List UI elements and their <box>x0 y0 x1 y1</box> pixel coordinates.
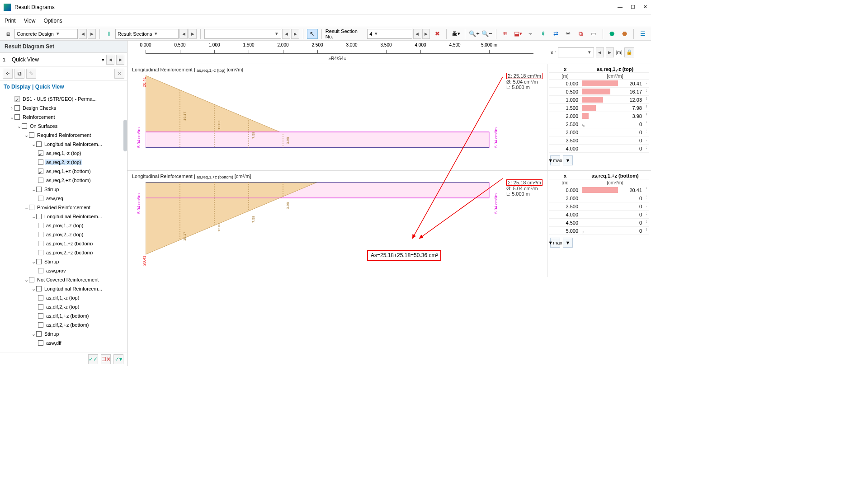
tool-c-icon[interactable]: ⫟ <box>525 29 536 39</box>
section-next-button[interactable]: ▶ <box>422 29 430 39</box>
tree-design-checks[interactable]: Design Checks <box>22 105 56 111</box>
sections-select[interactable]: Result Sections ▾ <box>115 29 179 39</box>
checkbox[interactable] <box>38 295 43 300</box>
minimize-button[interactable]: — <box>618 4 623 10</box>
maximize-button[interactable]: ☐ <box>631 4 635 10</box>
empty-select[interactable]: ▾ <box>204 29 281 39</box>
empty-prev-button[interactable]: ◀ <box>282 29 290 39</box>
table-row[interactable]: 4.0000⋮ <box>549 211 649 219</box>
table-row[interactable]: 3.0000⋮ <box>549 128 649 136</box>
tree-r4[interactable]: as,req,2,+z (bottom) <box>45 178 91 183</box>
table-row[interactable]: 3.5000⋮ <box>549 136 649 145</box>
checkbox[interactable] <box>38 178 43 183</box>
tool-h-icon[interactable]: ▭ <box>588 29 599 39</box>
table-row[interactable]: 4.5000⋮ <box>549 219 649 227</box>
tree-d1[interactable]: as,dif,1,-z (top) <box>45 295 79 300</box>
checkbox[interactable] <box>29 205 34 210</box>
menu-view[interactable]: View <box>24 18 36 24</box>
caret-icon[interactable]: ⌄ <box>31 140 36 149</box>
table-row[interactable]: 2.0003.98⋮ <box>549 112 649 120</box>
tree-provided[interactable]: Provided Reinforcement <box>36 205 90 210</box>
quickview-select[interactable] <box>12 56 100 63</box>
tool-i-icon[interactable]: ⬣ <box>607 29 618 39</box>
tree-asw-req[interactable]: asw,req <box>45 196 63 201</box>
checkbox[interactable] <box>38 322 43 328</box>
tree-r2[interactable]: as,req,2,-z (top) <box>45 160 82 165</box>
caret-icon[interactable]: ⌄ <box>31 185 36 194</box>
x-prev-button[interactable]: ◀ <box>596 47 604 57</box>
checkbox[interactable] <box>36 141 42 147</box>
caret-icon[interactable]: ⌄ <box>9 113 14 122</box>
tree-ds[interactable]: DS1 - ULS (STR/GEO) - Perma... <box>22 96 97 102</box>
tree-stirrup-p[interactable]: Stirrup <box>43 259 59 264</box>
tree-p1[interactable]: as,prov,1,-z (top) <box>45 223 83 228</box>
tree-asw-dif[interactable]: asw,dif <box>45 340 61 346</box>
table-row[interactable]: 0.000|›20.41⋮ <box>549 186 649 194</box>
zoom-out-icon[interactable]: 🔍− <box>481 29 492 39</box>
caret-icon[interactable]: ⌄ <box>31 284 36 293</box>
design-select[interactable]: Concrete Design ▾ <box>14 29 78 39</box>
design-prev-button[interactable]: ◀ <box>79 29 87 39</box>
x-next-button[interactable]: ▶ <box>606 47 614 57</box>
tree-asw-prov[interactable]: asw,prov <box>45 268 66 273</box>
x-select[interactable]: ▾ <box>558 47 594 57</box>
tree-d3[interactable]: as,dif,1,+z (bottom) <box>45 313 89 319</box>
tool-a-icon[interactable]: ≋ <box>500 29 511 39</box>
copy-button[interactable]: ⧉ <box>14 69 24 79</box>
new-button[interactable]: ✧ <box>3 69 13 79</box>
funnel-button[interactable]: ▼ <box>563 155 573 165</box>
quickview-next-button[interactable]: ▶ <box>116 55 124 65</box>
check-all-button[interactable]: ✓✓ <box>88 354 98 364</box>
tree-longitudinal-d[interactable]: Longitudinal Reinforcem... <box>43 286 102 291</box>
checkbox[interactable] <box>38 313 43 319</box>
checkbox[interactable] <box>38 340 43 346</box>
chevron-down-icon[interactable]: ▾ <box>102 57 104 63</box>
tree-d4[interactable]: as,dif,2,+z (bottom) <box>45 322 89 328</box>
lock-button[interactable]: 🔒 <box>624 47 634 57</box>
caret-icon[interactable]: ⌄ <box>16 122 22 131</box>
section-no-select[interactable]: 4 ▾ <box>367 29 412 39</box>
checkbox[interactable] <box>38 169 43 174</box>
tree-longitudinal[interactable]: Longitudinal Reinforcem... <box>43 141 102 147</box>
table-row[interactable]: 4.0000⋮ <box>549 145 649 153</box>
tree-longitudinal-p[interactable]: Longitudinal Reinforcem... <box>43 214 102 219</box>
table-row[interactable]: 1.00012.03⋮ <box>549 96 649 104</box>
funnel-max-button[interactable]: ▼max <box>550 155 560 165</box>
filter-button[interactable]: ✓▾ <box>113 354 123 364</box>
table-row[interactable]: 1.5007.98⋮ <box>549 104 649 112</box>
caret-icon[interactable]: ⌄ <box>24 131 29 140</box>
menu-print[interactable]: Print <box>5 18 16 24</box>
caret-icon[interactable]: ⌄ <box>31 329 36 338</box>
tree-on-surfaces[interactable]: On Surfaces <box>29 123 57 129</box>
checkbox[interactable] <box>14 105 20 111</box>
tool-k-icon[interactable]: ☰ <box>637 29 648 39</box>
tree-stirrup-d[interactable]: Stirrup <box>43 331 59 337</box>
tree-notcov[interactable]: Not Covered Reinforcement <box>36 277 99 282</box>
tool-d-icon[interactable]: ⇞ <box>538 29 548 39</box>
tree-r3[interactable]: as,req,1,+z (bottom) <box>45 169 91 174</box>
tree-required[interactable]: Required Reinforcement <box>36 132 91 138</box>
tree-p2[interactable]: as,prov,2,-z (top) <box>45 232 83 237</box>
checkbox[interactable] <box>22 123 27 129</box>
checkbox[interactable] <box>38 150 43 156</box>
table-row[interactable]: 3.5000⋮ <box>549 202 649 211</box>
caret-icon[interactable]: ⌄ <box>24 203 29 212</box>
sections-prev-button[interactable]: ◀ <box>179 29 188 39</box>
funnel-max-button[interactable]: ▼max <box>550 238 560 248</box>
empty-next-button[interactable]: ▶ <box>291 29 299 39</box>
checkbox[interactable] <box>36 331 42 337</box>
checkbox[interactable] <box>38 268 43 273</box>
menu-options[interactable]: Options <box>43 18 62 24</box>
checkbox[interactable] <box>36 286 42 291</box>
cursor-icon[interactable]: ↖ <box>307 29 318 39</box>
tool-b-icon[interactable]: ⬓▾ <box>513 29 524 39</box>
print-icon[interactable]: 🖶▾ <box>450 29 461 39</box>
uncheck-all-button[interactable]: ☐✕ <box>101 354 111 364</box>
table-row[interactable]: 2.500¹₂0⋮ <box>549 120 649 128</box>
tree-stirrup[interactable]: Stirrup <box>43 187 59 192</box>
checkbox[interactable] <box>38 160 43 165</box>
tree-d2[interactable]: as,dif,2,-z (top) <box>45 304 79 310</box>
edit-button[interactable]: ✎ <box>26 69 36 79</box>
design-next-button[interactable]: ▶ <box>88 29 96 39</box>
checkbox[interactable] <box>36 214 42 219</box>
